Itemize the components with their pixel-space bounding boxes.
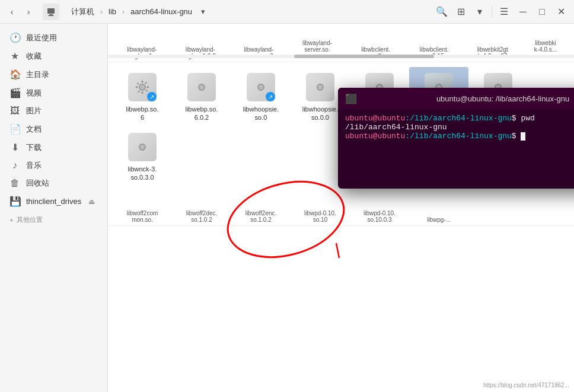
sidebar-item-recent[interactable]: 🕐 最近使用 bbox=[0, 28, 107, 47]
maximize-button[interactable]: □ bbox=[534, 4, 550, 20]
sidebar-item-docs[interactable]: 📄 文档 bbox=[0, 120, 107, 138]
eject-icon[interactable]: ⏏ bbox=[88, 197, 98, 206]
list-item[interactable]: libwpd-0.10.so.10 bbox=[291, 210, 350, 223]
sidebar-label-pictures: 图片 bbox=[26, 106, 98, 116]
home-icon: 🏠 bbox=[9, 69, 20, 80]
breadcrumb-arch[interactable]: aarch64-linux-gnu bbox=[126, 5, 197, 18]
terminal-command: pwd bbox=[521, 114, 534, 123]
file-name-label: libwebp.so.6 bbox=[126, 105, 158, 122]
gear-svg bbox=[133, 138, 152, 157]
file-icon-wrapper: ↗ bbox=[245, 72, 276, 103]
pictures-icon: 🖼 bbox=[9, 106, 20, 116]
svg-point-4 bbox=[140, 85, 145, 90]
location-icon bbox=[43, 4, 59, 20]
sidebar-label-video: 视频 bbox=[26, 88, 98, 98]
file-name-label: libwoff2enc.so.1.0.2 bbox=[245, 210, 277, 223]
docs-icon: 📄 bbox=[9, 123, 20, 135]
sidebar-label-docs: 文档 bbox=[26, 124, 98, 135]
sidebar-label-home: 主目录 bbox=[26, 69, 98, 80]
sidebar-item-starred[interactable]: ★ 收藏 bbox=[0, 47, 107, 65]
breadcrumb-dropdown-button[interactable]: ▾ bbox=[197, 6, 209, 18]
terminal-line-2: ubuntu@ubuntu:/lib/aarch64-linux-gnu$ bbox=[345, 132, 574, 141]
breadcrumb-sep-1: › bbox=[99, 8, 104, 16]
nav-forward-button[interactable]: › bbox=[21, 5, 36, 19]
trash-icon: 🗑 bbox=[9, 178, 20, 189]
list-item[interactable]: libwpg-... bbox=[409, 216, 468, 223]
file-name-label: libwoff2dec.so.1.0.2 bbox=[186, 210, 218, 223]
scroll-thumb[interactable] bbox=[294, 55, 434, 58]
terminal-prompt-sign: $ bbox=[512, 114, 521, 123]
terminal-body[interactable]: ubuntu@ubuntu:/lib/aarch64-linux-gnu$ pw… bbox=[338, 109, 574, 189]
terminal-prompt-user: ubuntu@ubuntu bbox=[345, 114, 405, 123]
top-bar: ‹ › 计算机 › lib › aarch64-linux-gnu ▾ 🔍 ⊞ … bbox=[0, 0, 574, 24]
downloads-icon: ⬇ bbox=[9, 142, 20, 153]
sidebar-item-home[interactable]: 🏠 主目录 bbox=[0, 65, 107, 84]
star-icon: ★ bbox=[9, 50, 20, 62]
svg-point-18 bbox=[140, 145, 145, 149]
sidebar-item-music[interactable]: ♪ 音乐 bbox=[0, 157, 107, 174]
svg-line-20 bbox=[336, 243, 339, 258]
list-item[interactable]: libwoff2enc.so.1.0.2 bbox=[231, 210, 291, 223]
bottom-files-row: libwoff2common.so. libwoff2dec.so.1.0.2 … bbox=[108, 193, 574, 226]
toolbar-divider bbox=[492, 6, 492, 18]
gear-svg bbox=[192, 78, 211, 97]
file-name-label: libwpg-... bbox=[427, 216, 451, 223]
terminal-output: /lib/aarch64-linux-gnu bbox=[345, 123, 447, 132]
sidebar-label-downloads: 下载 bbox=[26, 142, 98, 153]
view-list-button[interactable]: ▾ bbox=[471, 4, 488, 20]
terminal-icon: ⬛ bbox=[345, 93, 357, 104]
main-layout: 🕐 最近使用 ★ 收藏 🏠 主目录 🎬 视频 🖼 图片 📄 文档 ⬇ 下载 ♪ bbox=[0, 24, 574, 392]
svg-point-6 bbox=[199, 85, 204, 90]
terminal-title: ubuntu@ubuntu: /lib/aarch64-linux-gnu bbox=[357, 94, 574, 103]
nav-back-button[interactable]: ‹ bbox=[5, 5, 19, 19]
breadcrumb-lib[interactable]: lib bbox=[104, 5, 121, 18]
menu-button[interactable]: ☰ bbox=[496, 4, 512, 20]
list-item[interactable]: libwpd-0.10.so.10.0.3 bbox=[350, 210, 409, 223]
sidebar-item-downloads[interactable]: ⬇ 下载 bbox=[0, 138, 107, 157]
file-name-label: libwebp.so.6.0.2 bbox=[185, 105, 218, 122]
plus-icon: + bbox=[9, 216, 13, 224]
file-name-label: libwhoopsie.so.0 bbox=[243, 105, 279, 122]
file-name-label: libwpd-0.10.so.10.0.3 bbox=[363, 210, 396, 223]
gear-svg bbox=[311, 78, 330, 97]
svg-point-10 bbox=[318, 85, 323, 90]
sidebar-item-video[interactable]: 🎬 视频 bbox=[0, 84, 107, 102]
sidebar-label-starred: 收藏 bbox=[26, 51, 98, 62]
terminal-prompt-sign-2: $ bbox=[512, 132, 521, 141]
sidebar-item-pictures[interactable]: 🖼 图片 bbox=[0, 102, 107, 120]
file-icon bbox=[187, 73, 216, 101]
list-item[interactable]: libwnck-3.so.0.3.0 bbox=[113, 127, 172, 187]
list-item[interactable]: libwebp.so.6.0.2 bbox=[172, 67, 231, 127]
svg-point-8 bbox=[259, 85, 263, 90]
terminal-titlebar: ⬛ ubuntu@ubuntu: /lib/aarch64-linux-gnu … bbox=[338, 88, 574, 109]
list-item[interactable]: ↗ libwebp.so.6 bbox=[113, 67, 172, 127]
recent-icon: 🕐 bbox=[9, 32, 20, 43]
sidebar-label-trash: 回收站 bbox=[26, 178, 98, 189]
list-item[interactable]: libwoff2common.so. bbox=[113, 210, 172, 223]
terminal-output-line: /lib/aarch64-linux-gnu bbox=[345, 123, 574, 132]
file-icon-wrapper bbox=[186, 72, 217, 103]
terminal-line-1: ubuntu@ubuntu:/lib/aarch64-linux-gnu$ pw… bbox=[345, 114, 574, 123]
minimize-button[interactable]: ─ bbox=[515, 4, 531, 20]
search-button[interactable]: 🔍 bbox=[433, 4, 450, 20]
sidebar-label-thinclient: thinclient_drives bbox=[26, 197, 82, 206]
view-toggle-button[interactable]: ⊞ bbox=[452, 4, 469, 20]
svg-rect-2 bbox=[48, 15, 54, 16]
file-name-label: libwpd-0.10.so.10 bbox=[304, 210, 336, 223]
list-item[interactable]: ↗ libwhoopsie.so.0 bbox=[231, 67, 291, 127]
close-button[interactable]: ✕ bbox=[553, 4, 569, 20]
list-item[interactable]: libwoff2dec.so.1.0.2 bbox=[172, 210, 231, 223]
sidebar-label-music: 音乐 bbox=[26, 160, 98, 171]
sidebar-other-section[interactable]: + 其他位置 bbox=[0, 211, 107, 227]
file-icon-wrapper bbox=[127, 132, 158, 162]
video-icon: 🎬 bbox=[9, 87, 20, 98]
sidebar-item-thinclient[interactable]: 💾 thinclient_drives ⏏ bbox=[0, 192, 107, 211]
file-icon-wrapper bbox=[305, 72, 336, 103]
sidebar-item-trash[interactable]: 🗑 回收站 bbox=[0, 174, 107, 192]
terminal-prompt-path-2: :/lib/aarch64-linux-gnu bbox=[405, 132, 511, 141]
file-name-label: libwnck-3.so.0.3.0 bbox=[128, 165, 157, 182]
breadcrumb-area: 计算机 › lib › aarch64-linux-gnu ▾ bbox=[62, 4, 429, 20]
symlink-badge: ↗ bbox=[266, 92, 275, 101]
file-icon bbox=[128, 133, 157, 161]
breadcrumb-computer[interactable]: 计算机 bbox=[66, 4, 99, 20]
